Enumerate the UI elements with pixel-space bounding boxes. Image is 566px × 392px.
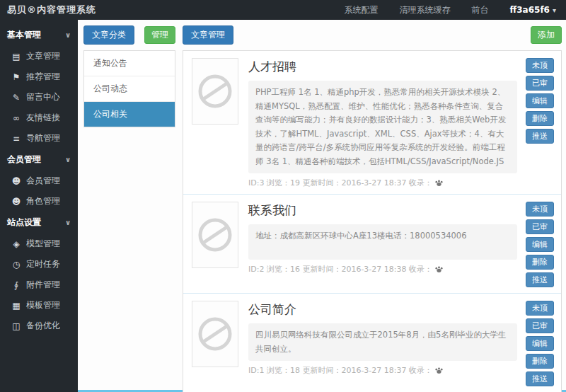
clear-cache-link[interactable]: 清理系统缓存: [400, 4, 451, 16]
article-meta: ID:2 浏览：16 更新时间：2016-3-27 18:38 收录：: [248, 264, 517, 275]
edit-button[interactable]: 编辑: [526, 237, 554, 252]
sidebar-item-articles[interactable]: ▤ 文章管理: [0, 46, 78, 67]
frontend-link[interactable]: 前台: [472, 4, 489, 16]
no-image-placeholder: [192, 301, 238, 367]
clock-icon: ◷: [11, 260, 21, 270]
sidebar-item-recommend[interactable]: ⚑ 推荐管理: [0, 67, 78, 87]
user-icon: ☻: [11, 197, 21, 207]
article-title: 联系我们: [248, 202, 517, 219]
sidebar-section-site-settings[interactable]: 站点设置 ∨: [0, 212, 78, 234]
no-image-placeholder: [192, 58, 238, 125]
sidebar-section-members[interactable]: 会员管理 ∨: [0, 149, 78, 171]
toggle-pin-button[interactable]: 未顶: [526, 202, 554, 217]
article-summary: 四川易贝网络科技有限公司成立于2015年8月，由5名刚毕业的大学生共同创立。: [248, 323, 517, 361]
manage-categories-button[interactable]: 管理: [144, 26, 175, 44]
article-actions: 未顶 已审 编辑 删除 推送: [526, 301, 554, 386]
index-paw-icon: [435, 179, 443, 187]
sidebar-item-models[interactable]: ◈ 模型管理: [0, 234, 78, 254]
article-card: 联系我们 地址：成都高新区环球中心A座13楼电话：18000534006 ID:…: [183, 195, 561, 294]
topbar-menu: 系统配置 清理系统缓存 前台 ff3a65f6 ▾: [345, 4, 556, 16]
category-panel-title-button[interactable]: 文章分类: [83, 25, 134, 45]
delete-button[interactable]: 删除: [526, 354, 554, 369]
push-button[interactable]: 推送: [526, 129, 554, 144]
username: ff3a65f6: [510, 5, 550, 15]
paperclip-icon: ∮: [11, 280, 21, 290]
delete-button[interactable]: 删除: [526, 255, 554, 270]
sidebar-item-cron-tasks[interactable]: ◷ 定时任务: [0, 254, 78, 275]
app-title: 易贝®内容管理系统: [7, 4, 96, 16]
edit-button[interactable]: 编辑: [526, 336, 554, 351]
chevron-down-icon: ∨: [65, 219, 71, 226]
user-icon: ☻: [11, 176, 21, 186]
topbar: 易贝®内容管理系统 系统配置 清理系统缓存 前台 ff3a65f6 ▾: [0, 0, 566, 20]
toggle-audit-button[interactable]: 已审: [526, 76, 554, 91]
sidebar: 基本管理 ∨ ▤ 文章管理 ⚑ 推荐管理 ✎ 留言中心 ∞ 友情链接 ≡ 导航管…: [0, 20, 78, 392]
sidebar-item-messages[interactable]: ✎ 留言中心: [0, 87, 78, 108]
category-item-company-news[interactable]: 公司动态: [84, 76, 175, 102]
article-summary: PHP工程师 1名 1、精通php开发，熟悉常用的相关开源技术模块 2、精通MY…: [248, 81, 517, 173]
template-icon: ▦: [11, 301, 21, 311]
article-panel-title-button[interactable]: 文章管理: [183, 25, 233, 45]
article-meta: ID:1 浏览：18 更新时间：2016-3-27 18:37 收录：: [248, 365, 517, 376]
caret-down-icon: ▾: [553, 6, 556, 14]
database-icon: ◫: [11, 321, 21, 331]
bookmark-icon: ⚑: [11, 72, 21, 82]
edit-button[interactable]: 编辑: [526, 93, 554, 108]
push-button[interactable]: 推送: [526, 272, 554, 287]
no-image-icon: [196, 216, 234, 254]
article-card: 公司简介 四川易贝网络科技有限公司成立于2015年8月，由5名刚毕业的大学生共同…: [183, 294, 561, 392]
pencil-square-icon: ✎: [11, 93, 21, 103]
sidebar-item-navigation[interactable]: ≡ 导航管理: [0, 128, 78, 149]
article-card: 人才招聘 PHP工程师 1名 1、精通php开发，熟悉常用的相关开源技术模块 2…: [183, 51, 561, 195]
toggle-audit-button[interactable]: 已审: [526, 219, 554, 234]
add-article-button[interactable]: 添加: [531, 26, 562, 44]
chevron-down-icon: ∨: [65, 31, 71, 39]
toggle-pin-button[interactable]: 未顶: [526, 58, 554, 73]
article-meta: ID:3 浏览：19 更新时间：2016-3-27 18:37 收录：: [248, 178, 517, 188]
chevron-down-icon: ∨: [65, 156, 71, 163]
toggle-audit-button[interactable]: 已审: [526, 318, 554, 333]
sidebar-section-basic[interactable]: 基本管理 ∨: [0, 24, 78, 46]
sidebar-item-roles[interactable]: ☻ 角色管理: [0, 191, 78, 212]
article-actions: 未顶 已审 编辑 删除 推送: [526, 58, 554, 188]
sidebar-item-friend-links[interactable]: ∞ 友情链接: [0, 108, 78, 128]
category-item-company-related[interactable]: 公司相关: [84, 102, 175, 127]
delete-button[interactable]: 删除: [526, 111, 554, 126]
article-list: 人才招聘 PHP工程师 1名 1、精通php开发，熟悉常用的相关开源技术模块 2…: [183, 50, 562, 392]
main-content: 文章分类 管理 文章管理 添加 通知公告 公司动态 公司相关: [78, 20, 566, 392]
index-paw-icon: [435, 265, 443, 273]
no-image-icon: [196, 315, 234, 353]
article-actions: 未顶 已审 编辑 删除 推送: [526, 202, 554, 287]
tags-icon: ◈: [11, 239, 21, 249]
system-config-link[interactable]: 系统配置: [345, 4, 379, 16]
panel-header-row: 文章分类 管理 文章管理 添加: [83, 25, 562, 45]
article-summary: 地址：成都高新区环球中心A座13楼电话：18000534006: [248, 224, 517, 260]
toggle-pin-button[interactable]: 未顶: [526, 301, 554, 316]
file-text-icon: ▤: [11, 52, 21, 62]
no-image-icon: [196, 72, 234, 110]
sidebar-item-members[interactable]: ☻ 会员管理: [0, 171, 78, 191]
article-title: 公司简介: [248, 301, 517, 318]
no-image-placeholder: [192, 202, 238, 268]
sidebar-item-backup[interactable]: ◫ 备份优化: [0, 316, 78, 336]
category-item-notice[interactable]: 通知公告: [84, 51, 175, 76]
index-paw-icon: [435, 367, 443, 374]
link-icon: ∞: [11, 113, 21, 123]
sidebar-item-templates[interactable]: ▦ 模板管理: [0, 295, 78, 316]
list-icon: ≡: [11, 134, 21, 144]
article-title: 人才招聘: [248, 59, 517, 75]
user-menu[interactable]: ff3a65f6 ▾: [510, 5, 556, 15]
push-button[interactable]: 推送: [526, 371, 554, 386]
category-list: 通知公告 公司动态 公司相关: [83, 50, 175, 127]
sidebar-item-attachments[interactable]: ∮ 附件管理: [0, 275, 78, 295]
